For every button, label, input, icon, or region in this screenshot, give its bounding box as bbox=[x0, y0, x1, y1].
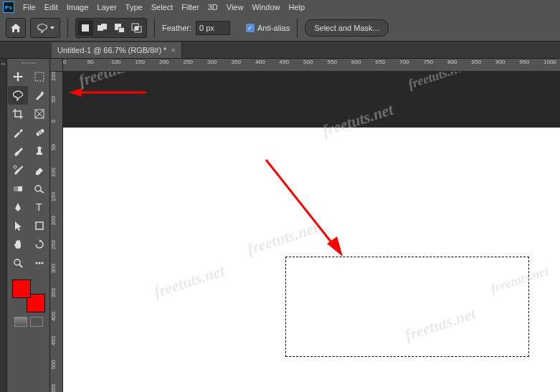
toolbox: T bbox=[7, 59, 50, 392]
antialias-checkbox[interactable]: ✓ Anti-alias bbox=[246, 24, 290, 32]
rotate-view-tool[interactable] bbox=[29, 235, 49, 254]
type-tool[interactable]: T bbox=[29, 198, 49, 216]
svg-rect-13 bbox=[35, 128, 44, 136]
svg-point-27 bbox=[41, 262, 43, 264]
menu-select[interactable]: Select bbox=[147, 3, 178, 11]
svg-line-24 bbox=[19, 264, 22, 267]
annotation-arrow-1 bbox=[69, 86, 148, 100]
svg-point-16 bbox=[14, 166, 16, 168]
more-tools[interactable] bbox=[29, 254, 49, 272]
svg-point-25 bbox=[35, 262, 37, 264]
divider bbox=[67, 19, 68, 37]
divider bbox=[297, 19, 298, 37]
svg-point-23 bbox=[14, 259, 20, 265]
tab-title: Untitled-1 @ 66.7% (RGB/8#) * bbox=[57, 46, 166, 54]
selection-subtract-button[interactable] bbox=[112, 20, 128, 36]
ruler-origin[interactable] bbox=[50, 59, 63, 72]
brush-tool[interactable] bbox=[8, 142, 28, 161]
frame-tool[interactable] bbox=[29, 105, 49, 123]
lasso-tool[interactable] bbox=[8, 86, 28, 105]
shape-tool[interactable] bbox=[29, 216, 49, 235]
foreground-color-swatch[interactable] bbox=[12, 279, 31, 298]
history-brush-tool[interactable] bbox=[8, 161, 28, 179]
annotation-arrow-2 bbox=[262, 156, 348, 260]
svg-rect-2 bbox=[101, 24, 107, 29]
menu-help[interactable]: Help bbox=[285, 3, 310, 11]
standard-mode-button[interactable] bbox=[14, 317, 27, 327]
menu-filter[interactable]: Filter bbox=[177, 3, 203, 11]
chevron-down-icon bbox=[50, 27, 54, 29]
healing-tool[interactable] bbox=[29, 123, 49, 142]
toolbox-grip[interactable] bbox=[7, 60, 49, 66]
magic-wand-tool[interactable] bbox=[29, 86, 49, 105]
svg-rect-8 bbox=[135, 27, 138, 30]
eyedropper-tool[interactable] bbox=[8, 123, 28, 142]
gradient-tool[interactable] bbox=[8, 179, 28, 198]
svg-rect-18 bbox=[14, 186, 18, 191]
ps-logo-icon: Ps bbox=[3, 1, 14, 13]
svg-rect-9 bbox=[35, 72, 44, 81]
svg-rect-22 bbox=[36, 222, 43, 229]
menu-3d[interactable]: 3D bbox=[204, 3, 222, 11]
dodge-tool[interactable] bbox=[29, 179, 49, 198]
menu-bar: Ps File Edit Image Layer Type Select Fil… bbox=[0, 0, 560, 14]
hand-tool[interactable] bbox=[8, 235, 28, 254]
edit-mode-group bbox=[7, 317, 49, 327]
selection-intersect-button[interactable] bbox=[129, 20, 145, 36]
move-tool[interactable] bbox=[8, 67, 28, 86]
selection-add-button[interactable] bbox=[95, 20, 110, 36]
ruler-vertical[interactable]: 10050050100150200250300350400450500550 bbox=[50, 72, 63, 392]
check-icon: ✓ bbox=[246, 24, 255, 32]
selection-new-button[interactable] bbox=[77, 20, 93, 36]
path-select-tool[interactable] bbox=[8, 216, 28, 235]
select-and-mask-button[interactable]: Select and Mask... bbox=[305, 19, 389, 37]
canvas-viewport[interactable]: freetuts.net freetuts.net freetuts.net f… bbox=[63, 72, 560, 392]
feather-label: Feather: bbox=[162, 24, 191, 32]
svg-rect-0 bbox=[82, 24, 89, 32]
crop-tool[interactable] bbox=[8, 105, 28, 123]
home-icon bbox=[10, 23, 22, 33]
menu-view[interactable]: View bbox=[222, 3, 248, 11]
document-tab[interactable]: Untitled-1 @ 66.7% (RGB/8#) * × bbox=[52, 42, 182, 58]
menu-file[interactable]: File bbox=[19, 3, 40, 11]
main-area: ‹‹ T bbox=[0, 59, 560, 392]
svg-text:T: T bbox=[36, 201, 42, 213]
pen-tool[interactable] bbox=[8, 198, 28, 216]
svg-line-30 bbox=[266, 160, 334, 246]
toolbox-collapse-handle[interactable]: ‹‹ bbox=[0, 59, 7, 392]
options-bar: Feather: ✓ Anti-alias Select and Mask... bbox=[0, 14, 560, 42]
clone-stamp-tool[interactable] bbox=[29, 142, 49, 161]
tool-preset-button[interactable] bbox=[30, 18, 60, 38]
marquee-tool[interactable] bbox=[29, 67, 49, 86]
svg-marker-29 bbox=[69, 88, 82, 97]
menu-image[interactable]: Image bbox=[62, 3, 93, 11]
color-swatches bbox=[12, 279, 45, 312]
document-tabbar: Untitled-1 @ 66.7% (RGB/8#) * × bbox=[0, 42, 560, 59]
menu-edit[interactable]: Edit bbox=[40, 3, 62, 11]
canvas-area: 0501001502002503003504004505005506006507… bbox=[50, 59, 560, 392]
marquee-selection bbox=[285, 257, 529, 357]
antialias-label: Anti-alias bbox=[257, 24, 290, 32]
feather-input[interactable] bbox=[196, 21, 230, 35]
zoom-tool[interactable] bbox=[8, 254, 28, 272]
selection-mode-group bbox=[75, 18, 147, 38]
menu-layer[interactable]: Layer bbox=[92, 3, 121, 11]
menu-window[interactable]: Window bbox=[247, 3, 284, 11]
close-icon[interactable]: × bbox=[171, 46, 175, 54]
svg-line-20 bbox=[40, 191, 44, 193]
home-button[interactable] bbox=[6, 18, 26, 38]
divider bbox=[154, 19, 155, 37]
quickmask-mode-button[interactable] bbox=[30, 317, 43, 327]
svg-point-19 bbox=[35, 186, 41, 191]
svg-point-26 bbox=[38, 262, 40, 264]
menu-type[interactable]: Type bbox=[121, 3, 147, 11]
eraser-tool[interactable] bbox=[29, 161, 49, 179]
svg-rect-5 bbox=[119, 28, 124, 32]
lasso-icon bbox=[36, 23, 49, 33]
ruler-horizontal[interactable]: 0501001502002503003504004505005506006507… bbox=[63, 59, 560, 72]
